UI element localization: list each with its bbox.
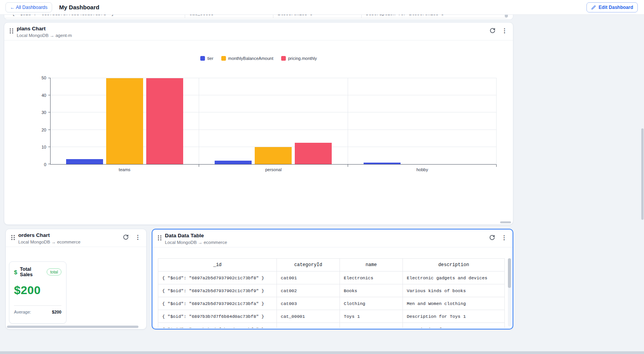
total-sales-card: $ Total Sales total $200 Average: $200 bbox=[9, 261, 66, 324]
panel-title: orders Chart bbox=[18, 232, 80, 238]
legend-swatch-icon bbox=[200, 56, 205, 61]
table-cell: Clothing bbox=[340, 297, 403, 310]
metric-value: $200 bbox=[14, 284, 61, 297]
drag-handle-icon[interactable] bbox=[11, 235, 15, 240]
column-header-categoryId[interactable]: categoryId bbox=[277, 259, 340, 272]
plans-chart-panel: plans Chart Local MongoDB → agent-m ⋮ ti… bbox=[4, 22, 513, 225]
edit-dashboard-button[interactable]: Edit Dashboard bbox=[586, 2, 638, 12]
drag-handle-icon[interactable] bbox=[10, 28, 13, 33]
column-divider bbox=[185, 15, 185, 18]
table-cell: { "$oid": "6897a2b5d7937902c1c73bf9" } bbox=[158, 284, 277, 297]
panel-title-block: orders Chart Local MongoDB → ecommerce bbox=[18, 232, 80, 244]
bar-personal-monthlyBalanceAmount[interactable] bbox=[255, 147, 292, 164]
column-header-name[interactable]: name bbox=[340, 259, 403, 272]
panel-actions: ⋮ bbox=[490, 28, 508, 33]
legend-item-monthlyBalanceAmount[interactable]: monthlyBalanceAmount bbox=[221, 56, 273, 61]
legend-item-tier[interactable]: tier bbox=[200, 56, 213, 61]
legend-swatch-icon bbox=[221, 56, 226, 61]
plot-area bbox=[50, 78, 497, 165]
data-table-panel: Data Data Table Local MongoDB → ecommerc… bbox=[152, 229, 513, 329]
table-cell: cat001 bbox=[277, 272, 340, 284]
panel-title-block: plans Chart Local MongoDB → agent-m bbox=[17, 25, 72, 38]
bar-group-hobby bbox=[348, 78, 496, 164]
more-options-button[interactable]: ⋮ bbox=[135, 234, 141, 240]
panel-actions: ⋮ bbox=[489, 235, 507, 240]
metric-average-row: Average: $200 bbox=[14, 310, 61, 314]
bar-personal-tier[interactable] bbox=[215, 161, 252, 164]
table-cell: cat002 bbox=[277, 284, 340, 297]
edit-dashboard-label: Edit Dashboard bbox=[598, 5, 633, 10]
refresh-button[interactable] bbox=[123, 234, 129, 240]
table-row[interactable]: { "$oid": "6897b3b7d7f6b84d0ac73bf9" }ca… bbox=[158, 323, 505, 328]
table-header-row: _idcategoryIdnamedescription bbox=[158, 259, 505, 272]
table-row[interactable]: { "$oid": "6897a2b5d7937902c1c73bf8" }ca… bbox=[158, 272, 505, 284]
refresh-button[interactable] bbox=[489, 235, 495, 240]
panel-subtitle: Local MongoDB → ecommerce bbox=[18, 240, 80, 244]
legend-label: pricing.monthly bbox=[288, 56, 317, 61]
table-cell: Electronics bbox=[340, 272, 403, 284]
panel-title-block: Data Data Table Local MongoDB → ecommerc… bbox=[165, 232, 227, 245]
page-horizontal-scrollbar[interactable] bbox=[0, 351, 644, 354]
table-vertical-scrollbar[interactable] bbox=[508, 258, 511, 326]
y-tick-label: 50 bbox=[42, 75, 46, 80]
bar-group-personal bbox=[199, 78, 348, 164]
panel-title: Data Data Table bbox=[165, 232, 227, 239]
dollar-icon: $ bbox=[14, 269, 17, 275]
refresh-button[interactable] bbox=[490, 28, 495, 33]
table-cell: { "$oid": "6897b3b7d7f6b84d0ac73bf9" } bbox=[158, 323, 277, 328]
panel-actions: ⋮ bbox=[123, 234, 141, 240]
page-vertical-scrollbar-thumb[interactable] bbox=[641, 128, 644, 220]
y-tick-label: 10 bbox=[42, 145, 46, 149]
panel-subtitle: Local MongoDB → agent-m bbox=[17, 33, 72, 38]
plans-scrollbar-thumb[interactable] bbox=[500, 221, 511, 223]
panel-title: plans Chart bbox=[17, 25, 72, 32]
bar-teams-pricing.monthly[interactable] bbox=[146, 78, 183, 164]
refresh-icon bbox=[123, 234, 129, 240]
bar-chart-plot: 01020304050 bbox=[50, 78, 497, 165]
table-cell: Toys 2 bbox=[340, 323, 403, 328]
legend-label: monthlyBalanceAmount bbox=[228, 56, 273, 61]
column-header-_id[interactable]: _id bbox=[158, 259, 277, 272]
bar-hobby-tier[interactable] bbox=[364, 163, 401, 164]
scrollbar-thumb[interactable] bbox=[7, 326, 138, 328]
more-options-button[interactable]: ⋮ bbox=[502, 28, 508, 33]
legend-item-pricing.monthly[interactable]: pricing.monthly bbox=[281, 56, 317, 61]
bar-group-teams bbox=[51, 78, 199, 164]
x-tick-label: personal bbox=[199, 167, 348, 172]
orders-horizontal-scrollbar[interactable] bbox=[7, 326, 142, 328]
table-cell: cat_00002 bbox=[277, 323, 340, 328]
orders-chart-panel: orders Chart Local MongoDB → ecommerce ⋮… bbox=[5, 229, 147, 329]
row-divider bbox=[4, 18, 507, 18]
table-cell: Electronic gadgets and devices bbox=[403, 272, 505, 284]
table-cell: Various kinds of books bbox=[403, 284, 505, 297]
more-options-button[interactable]: ⋮ bbox=[501, 235, 507, 240]
column-header-description[interactable]: description bbox=[403, 259, 505, 272]
table-cell: Toys 1 bbox=[340, 310, 403, 323]
scrollbar-thumb[interactable] bbox=[508, 258, 511, 288]
clipped-scrollbar-thumb[interactable] bbox=[505, 15, 508, 18]
average-value: $200 bbox=[52, 310, 61, 314]
bar-personal-pricing.monthly[interactable] bbox=[295, 143, 332, 164]
table-row[interactable]: { "$oid": "6897a2b5d7937902c1c73bfa" }ca… bbox=[158, 297, 505, 310]
data-table: _idcategoryIdnamedescription { "$oid": "… bbox=[158, 258, 505, 328]
table-row[interactable]: { "$oid": "6897b3b7d7f6b84d0ac73bf8" }ca… bbox=[158, 310, 505, 323]
table-cell: Men and Women clothing bbox=[403, 297, 505, 310]
legend-label: tier bbox=[207, 56, 213, 61]
drag-handle-icon[interactable] bbox=[158, 235, 161, 240]
metric-badge: total bbox=[47, 268, 61, 275]
page-title: My Dashboard bbox=[59, 4, 99, 11]
table-cell: Description for Toys 1 bbox=[403, 310, 505, 323]
legend-swatch-icon bbox=[281, 56, 286, 61]
plans-panel-header: plans Chart Local MongoDB → agent-m ⋮ bbox=[4, 23, 513, 40]
y-tick-label: 40 bbox=[42, 93, 46, 98]
table-row[interactable]: { "$oid": "6897a2b5d7937902c1c73bf9" }ca… bbox=[158, 284, 505, 297]
table-cell: Description for Toys 2 bbox=[403, 323, 505, 328]
y-tick-label: 20 bbox=[42, 128, 46, 132]
y-axis-labels: 01020304050 bbox=[35, 78, 48, 165]
bar-teams-monthlyBalanceAmount[interactable] bbox=[106, 78, 143, 164]
all-dashboards-button[interactable]: ← All Dashboards bbox=[5, 2, 52, 12]
clipped-table-panel: { "$oid": "6897b3b7d7f6b84d0ac73bfd" } c… bbox=[4, 15, 513, 20]
bar-teams-tier[interactable] bbox=[66, 159, 103, 164]
table-cell: { "$oid": "6897a2b5d7937902c1c73bfa" } bbox=[158, 297, 277, 310]
x-axis-labels: teamspersonalhobby bbox=[50, 167, 497, 172]
